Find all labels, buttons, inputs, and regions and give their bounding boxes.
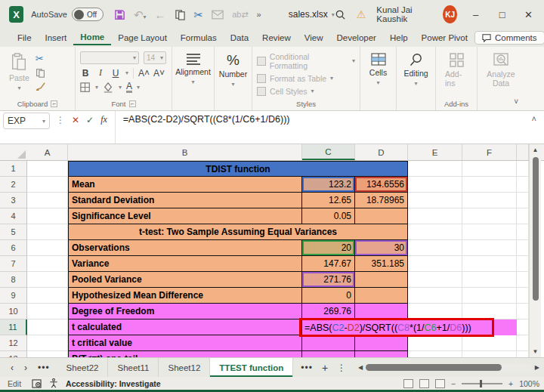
row-header-2[interactable]: 2 [0, 177, 27, 193]
column-header-d[interactable]: D [355, 144, 408, 160]
cell-d12[interactable] [355, 335, 408, 351]
cell-g13[interactable] [517, 351, 529, 357]
sheet-tab-sheet11[interactable]: Sheet11 [108, 358, 159, 377]
cell-c9[interactable]: 0 [302, 288, 355, 304]
cell-e1[interactable] [408, 161, 462, 177]
scroll-down-icon[interactable]: ▼ [533, 346, 539, 357]
formula-input[interactable]: =ABS(C2-D2)/SQRT((C8*(1/C6+1/D6))) [115, 111, 532, 144]
cell-b8[interactable]: Pooled Variance [68, 272, 302, 288]
new-sheet-icon[interactable]: + [322, 362, 328, 374]
increase-font-size-button[interactable]: A˄ [138, 68, 149, 79]
copy-icon[interactable] [175, 9, 186, 20]
cell-c7[interactable]: 147.67 [302, 256, 355, 272]
cell-b4[interactable]: Significance Level [68, 208, 302, 224]
tab-insert[interactable]: Insert [39, 31, 74, 45]
cell-f3[interactable] [462, 193, 517, 208]
cell-c13[interactable] [302, 351, 355, 357]
format-as-table-button[interactable]: Format as Table ▾ [255, 72, 357, 85]
save-icon[interactable] [114, 9, 125, 20]
editing-button[interactable]: Editing ▾ [400, 50, 432, 90]
row-header-10[interactable]: 10 [0, 304, 27, 319]
cut-icon[interactable]: ✂ [194, 9, 204, 20]
cells-button[interactable]: Cells ▾ [363, 50, 393, 89]
row-header-3[interactable]: 3 [0, 193, 27, 208]
cell-a9[interactable] [27, 288, 68, 304]
zoom-level[interactable]: 100% [519, 379, 539, 388]
cell-b5-merged[interactable]: t-test: Two Sample Assuming Equal Varian… [68, 224, 408, 240]
italic-button[interactable]: I [95, 67, 106, 79]
cell-f9[interactable] [462, 288, 517, 304]
search-icon[interactable] [335, 9, 346, 20]
zoom-out-icon[interactable]: − [451, 379, 456, 388]
cell-b3[interactable]: Standard Deviation [68, 193, 302, 208]
clipboard-dialog-launcher-icon[interactable]: ⌐ [51, 100, 57, 107]
sheet-tab-sheet22[interactable]: Sheet22 [57, 358, 109, 377]
collapse-formula-bar-icon[interactable]: ˄ [532, 111, 544, 123]
cell-f6[interactable] [462, 240, 517, 256]
enter-icon[interactable]: ✓ [86, 115, 94, 125]
tab-formulas[interactable]: Formulas [174, 31, 224, 45]
cell-d13[interactable] [355, 351, 408, 357]
cell-g6[interactable] [517, 240, 529, 256]
number-button[interactable]: % Number ▾ [218, 50, 249, 91]
cell-d9[interactable] [355, 288, 408, 304]
excel-app-icon[interactable]: X [9, 6, 23, 23]
cell-e4[interactable] [408, 208, 462, 224]
scroll-up-icon[interactable]: ▲ [533, 144, 539, 156]
cell-d4[interactable] [355, 208, 408, 224]
chevron-down-icon[interactable]: ▾ [119, 84, 122, 91]
cell-a11[interactable] [27, 319, 68, 335]
column-header-c[interactable]: C [302, 144, 355, 160]
cell-a6[interactable] [27, 240, 68, 256]
scroll-right-icon[interactable]: ▶ [535, 364, 539, 371]
tab-power-pivot[interactable]: Power Pivot [415, 31, 474, 45]
cell-g11[interactable] [517, 319, 529, 335]
cell-d8[interactable] [355, 272, 408, 288]
cell-f13[interactable] [462, 351, 517, 357]
macro-record-icon[interactable] [32, 379, 42, 388]
row-header-13[interactable]: 13 [0, 351, 27, 357]
cell-g12[interactable] [517, 335, 529, 351]
row-header-7[interactable]: 7 [0, 256, 27, 272]
cell-d7[interactable]: 351.185 [355, 256, 408, 272]
cell-d6[interactable]: 30 [355, 240, 408, 256]
format-painter-icon[interactable] [36, 82, 46, 91]
cancel-icon[interactable]: ✕ [72, 115, 79, 125]
cell-g10[interactable] [517, 304, 529, 319]
cut-icon[interactable]: ✂ [36, 53, 46, 64]
page-break-view-icon[interactable] [435, 379, 445, 388]
cell-e7[interactable] [408, 256, 462, 272]
autosave-control[interactable]: AutoSave Off [31, 8, 104, 21]
cell-e8[interactable] [408, 272, 462, 288]
cell-b6[interactable]: Observations [68, 240, 302, 256]
cell-b9[interactable]: Hypothesized Mean Difference [68, 288, 302, 304]
more-sheets-icon[interactable]: ••• [301, 363, 313, 373]
fill-color-icon[interactable] [103, 82, 114, 93]
cell-b1-merged[interactable]: TDIST function [68, 161, 408, 177]
accessibility-status[interactable]: Accessibility: Investigate [66, 379, 160, 388]
addins-button[interactable]: Add-ins [439, 50, 474, 91]
column-header-e[interactable]: E [408, 144, 462, 160]
cell-g3[interactable] [517, 193, 529, 208]
cell-mode-indicator[interactable]: Edit [0, 379, 32, 388]
collapse-ribbon-icon[interactable]: ˅ [514, 97, 518, 106]
cell-d2[interactable]: 134.6556 [355, 177, 408, 193]
cell-c6[interactable]: 20 [302, 240, 355, 256]
chevron-down-icon[interactable]: ▾ [95, 84, 98, 91]
undo-icon[interactable]: ↶▾ [134, 9, 147, 20]
column-header-b[interactable]: B [68, 144, 302, 160]
cell-a1[interactable] [27, 161, 68, 177]
row-header-12[interactable]: 12 [0, 335, 27, 351]
tab-home[interactable]: Home [73, 30, 111, 45]
cell-c8[interactable]: 271.76 [302, 272, 355, 288]
cell-f5[interactable] [462, 224, 517, 240]
scroll-left-icon[interactable]: ◀ [358, 364, 363, 371]
cell-f12[interactable] [462, 335, 517, 351]
cell-c4[interactable]: 0.05 [302, 208, 355, 224]
page-layout-view-icon[interactable] [419, 379, 429, 388]
cell-f2[interactable] [462, 177, 517, 193]
paste-button[interactable]: Paste ▾ [3, 50, 36, 94]
accessibility-icon[interactable] [49, 378, 58, 388]
avatar[interactable]: KJ [443, 5, 457, 23]
sheet-options-icon[interactable]: ⋮ [337, 363, 346, 373]
